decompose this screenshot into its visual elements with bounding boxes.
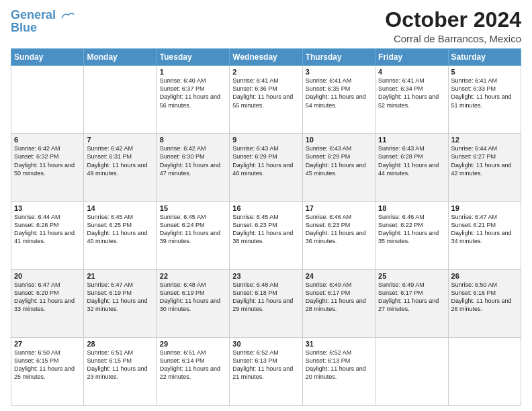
calendar-cell: 28Sunrise: 6:51 AMSunset: 6:15 PMDayligh…: [84, 337, 157, 405]
calendar-header-monday: Monday: [84, 49, 157, 66]
calendar-cell: 9Sunrise: 6:43 AMSunset: 6:29 PMDaylight…: [230, 134, 302, 201]
logo: General Blue: [11, 8, 75, 35]
day-info: Sunrise: 6:42 AMSunset: 6:31 PMDaylight:…: [87, 144, 153, 177]
logo-bird-icon: [61, 11, 75, 20]
day-number: 17: [306, 204, 372, 212]
calendar-cell: 20Sunrise: 6:47 AMSunset: 6:20 PMDayligh…: [11, 269, 84, 337]
day-number: 10: [306, 136, 372, 144]
day-info: Sunrise: 6:50 AMSunset: 6:15 PMDaylight:…: [14, 349, 81, 381]
calendar-header-thursday: Thursday: [302, 49, 375, 66]
calendar-cell: 6Sunrise: 6:42 AMSunset: 6:32 PMDaylight…: [11, 134, 84, 201]
day-number: 4: [378, 68, 445, 76]
day-info: Sunrise: 6:50 AMSunset: 6:16 PMDaylight:…: [451, 281, 518, 314]
calendar-cell: 21Sunrise: 6:47 AMSunset: 6:19 PMDayligh…: [84, 269, 157, 337]
day-number: 11: [378, 136, 445, 144]
day-number: 27: [14, 340, 81, 348]
day-number: 23: [232, 272, 299, 280]
calendar: SundayMondayTuesdayWednesdayThursdayFrid…: [11, 48, 521, 406]
calendar-week-5: 27Sunrise: 6:50 AMSunset: 6:15 PMDayligh…: [11, 337, 521, 405]
calendar-cell: 4Sunrise: 6:41 AMSunset: 6:34 PMDaylight…: [375, 66, 448, 134]
day-number: 28: [87, 340, 153, 348]
day-info: Sunrise: 6:45 AMSunset: 6:23 PMDaylight:…: [232, 213, 299, 246]
day-info: Sunrise: 6:45 AMSunset: 6:24 PMDaylight:…: [160, 213, 226, 246]
calendar-cell: 1Sunrise: 6:40 AMSunset: 6:37 PMDaylight…: [157, 66, 229, 134]
day-number: 2: [232, 68, 299, 76]
day-number: 1: [160, 68, 226, 76]
day-info: Sunrise: 6:49 AMSunset: 6:17 PMDaylight:…: [306, 281, 372, 314]
day-number: 30: [232, 340, 299, 348]
calendar-week-3: 13Sunrise: 6:44 AMSunset: 6:26 PMDayligh…: [11, 201, 521, 269]
day-info: Sunrise: 6:43 AMSunset: 6:29 PMDaylight:…: [306, 144, 372, 177]
location: Corral de Barrancos, Mexico: [385, 33, 521, 44]
day-info: Sunrise: 6:44 AMSunset: 6:27 PMDaylight:…: [451, 144, 518, 177]
calendar-week-4: 20Sunrise: 6:47 AMSunset: 6:20 PMDayligh…: [11, 269, 521, 337]
calendar-cell: 31Sunrise: 6:52 AMSunset: 6:13 PMDayligh…: [302, 337, 375, 405]
calendar-header-wednesday: Wednesday: [230, 49, 302, 66]
day-info: Sunrise: 6:47 AMSunset: 6:21 PMDaylight:…: [451, 213, 518, 246]
day-number: 13: [14, 204, 81, 212]
day-number: 7: [87, 136, 153, 144]
calendar-cell: [11, 66, 84, 134]
day-number: 12: [451, 136, 518, 144]
calendar-cell: 3Sunrise: 6:41 AMSunset: 6:35 PMDaylight…: [302, 66, 375, 134]
day-info: Sunrise: 6:43 AMSunset: 6:29 PMDaylight:…: [232, 144, 299, 177]
calendar-cell: 30Sunrise: 6:52 AMSunset: 6:13 PMDayligh…: [230, 337, 302, 405]
calendar-cell: 19Sunrise: 6:47 AMSunset: 6:21 PMDayligh…: [448, 201, 521, 269]
day-number: 16: [232, 204, 299, 212]
day-number: 8: [160, 136, 226, 144]
calendar-cell: 18Sunrise: 6:46 AMSunset: 6:22 PMDayligh…: [375, 201, 448, 269]
day-info: Sunrise: 6:41 AMSunset: 6:35 PMDaylight:…: [306, 77, 372, 109]
day-number: 18: [378, 204, 445, 212]
day-info: Sunrise: 6:46 AMSunset: 6:22 PMDaylight:…: [378, 213, 445, 246]
calendar-cell: 5Sunrise: 6:41 AMSunset: 6:33 PMDaylight…: [448, 66, 521, 134]
calendar-header-sunday: Sunday: [11, 49, 84, 66]
calendar-cell: 2Sunrise: 6:41 AMSunset: 6:36 PMDaylight…: [230, 66, 302, 134]
day-number: 21: [87, 272, 153, 280]
calendar-cell: 11Sunrise: 6:43 AMSunset: 6:28 PMDayligh…: [375, 134, 448, 201]
day-number: 31: [306, 340, 372, 348]
calendar-cell: 27Sunrise: 6:50 AMSunset: 6:15 PMDayligh…: [11, 337, 84, 405]
month-title: October 2024: [385, 8, 521, 32]
calendar-header-tuesday: Tuesday: [157, 49, 229, 66]
day-number: 22: [160, 272, 226, 280]
calendar-cell: 7Sunrise: 6:42 AMSunset: 6:31 PMDaylight…: [84, 134, 157, 201]
calendar-week-2: 6Sunrise: 6:42 AMSunset: 6:32 PMDaylight…: [11, 134, 521, 201]
day-info: Sunrise: 6:49 AMSunset: 6:17 PMDaylight:…: [378, 281, 445, 314]
day-number: 26: [451, 272, 518, 280]
calendar-cell: 25Sunrise: 6:49 AMSunset: 6:17 PMDayligh…: [375, 269, 448, 337]
day-number: 15: [160, 204, 226, 212]
calendar-header-saturday: Saturday: [448, 49, 521, 66]
calendar-cell: [375, 337, 448, 405]
calendar-cell: 10Sunrise: 6:43 AMSunset: 6:29 PMDayligh…: [302, 134, 375, 201]
day-info: Sunrise: 6:42 AMSunset: 6:32 PMDaylight:…: [14, 144, 81, 177]
day-info: Sunrise: 6:40 AMSunset: 6:37 PMDaylight:…: [160, 77, 226, 109]
logo-blue: Blue: [11, 21, 37, 35]
day-info: Sunrise: 6:52 AMSunset: 6:13 PMDaylight:…: [232, 349, 299, 381]
calendar-cell: 15Sunrise: 6:45 AMSunset: 6:24 PMDayligh…: [157, 201, 229, 269]
calendar-cell: [84, 66, 157, 134]
logo-text: General: [11, 8, 75, 22]
calendar-cell: 14Sunrise: 6:45 AMSunset: 6:25 PMDayligh…: [84, 201, 157, 269]
day-info: Sunrise: 6:46 AMSunset: 6:23 PMDaylight:…: [306, 213, 372, 246]
logo-general: General: [11, 8, 56, 21]
day-info: Sunrise: 6:41 AMSunset: 6:34 PMDaylight:…: [378, 77, 445, 109]
day-number: 3: [306, 68, 372, 76]
day-info: Sunrise: 6:41 AMSunset: 6:36 PMDaylight:…: [232, 77, 299, 109]
calendar-week-1: 1Sunrise: 6:40 AMSunset: 6:37 PMDaylight…: [11, 66, 521, 134]
day-info: Sunrise: 6:47 AMSunset: 6:19 PMDaylight:…: [87, 281, 153, 314]
day-info: Sunrise: 6:51 AMSunset: 6:15 PMDaylight:…: [87, 349, 153, 381]
calendar-cell: 22Sunrise: 6:48 AMSunset: 6:19 PMDayligh…: [157, 269, 229, 337]
calendar-header-friday: Friday: [375, 49, 448, 66]
header: General Blue October 2024 Corral de Barr…: [11, 8, 521, 44]
page: General Blue October 2024 Corral de Barr…: [0, 0, 532, 411]
day-info: Sunrise: 6:43 AMSunset: 6:28 PMDaylight:…: [378, 144, 445, 177]
day-info: Sunrise: 6:45 AMSunset: 6:25 PMDaylight:…: [87, 213, 153, 246]
day-info: Sunrise: 6:44 AMSunset: 6:26 PMDaylight:…: [14, 213, 81, 246]
day-number: 29: [160, 340, 226, 348]
day-number: 25: [378, 272, 445, 280]
title-block: October 2024 Corral de Barrancos, Mexico: [385, 8, 521, 44]
day-number: 19: [451, 204, 518, 212]
calendar-cell: 16Sunrise: 6:45 AMSunset: 6:23 PMDayligh…: [230, 201, 302, 269]
calendar-cell: 24Sunrise: 6:49 AMSunset: 6:17 PMDayligh…: [302, 269, 375, 337]
day-info: Sunrise: 6:48 AMSunset: 6:18 PMDaylight:…: [232, 281, 299, 314]
